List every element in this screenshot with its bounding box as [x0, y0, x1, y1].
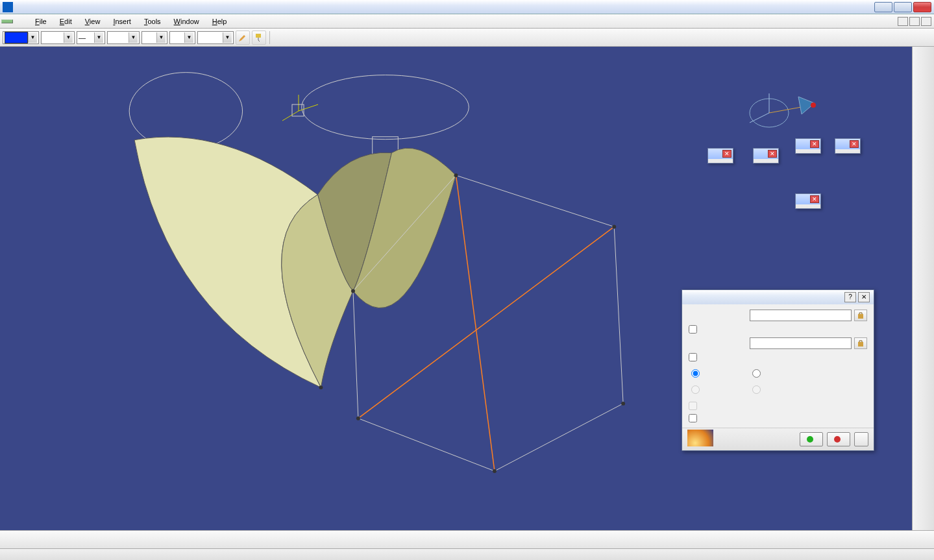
svg-point-9	[621, 402, 625, 406]
dialog-close-button[interactable]: ✕	[858, 292, 870, 302]
close-icon[interactable]: ✕	[810, 140, 819, 148]
auto2-combo[interactable]: ▼	[141, 31, 167, 44]
svg-line-14	[299, 104, 318, 111]
menu-tools[interactable]: Tools	[138, 16, 167, 27]
menu-enovia[interactable]	[16, 20, 29, 23]
contour-radio	[691, 385, 700, 394]
close-icon[interactable]: ✕	[810, 195, 819, 203]
minimize-button[interactable]	[874, 2, 892, 12]
extend1-checkbox[interactable]	[689, 325, 697, 334]
menu-help[interactable]: Help	[206, 16, 234, 27]
color-combo[interactable]: ▼	[3, 31, 39, 44]
noncoplanar-checkbox[interactable]	[689, 414, 697, 422]
close-icon[interactable]: ✕	[722, 150, 731, 158]
svg-point-10	[493, 469, 497, 473]
maximize-button[interactable]	[894, 2, 912, 12]
ok-button[interactable]	[800, 432, 823, 446]
svg-line-5	[456, 175, 495, 471]
svg-point-23	[811, 103, 816, 108]
auto3-combo[interactable]: ▼	[169, 31, 195, 44]
svg-point-8	[612, 225, 616, 228]
close-icon[interactable]: ✕	[850, 140, 859, 148]
compass[interactable]	[743, 87, 821, 139]
auto1-combo[interactable]: ▼	[107, 31, 140, 44]
bag-icon[interactable]	[854, 310, 867, 321]
mdi-close[interactable]	[921, 17, 931, 26]
mdi-minimize[interactable]	[898, 17, 908, 26]
percent-combo[interactable]: ▼	[41, 31, 75, 44]
painter-icon[interactable]	[252, 30, 266, 45]
menubar: File Edit View Insert Tools Window Help	[0, 14, 934, 29]
svg-point-7	[454, 173, 458, 177]
svg-rect-0	[256, 34, 261, 38]
menu-window[interactable]: Window	[167, 16, 206, 27]
preview-button[interactable]	[854, 432, 868, 446]
svg-line-20	[750, 113, 769, 123]
properties-toolbar: ▼ ▼ —▼ ▼ ▼ ▼ ▼	[0, 29, 934, 47]
bottom-toolbar	[0, 530, 934, 548]
menu-edit[interactable]: Edit	[53, 16, 79, 27]
app-icon	[3, 2, 13, 12]
toolbar-v[interactable]: ✕	[753, 148, 779, 164]
menu-file[interactable]: File	[29, 16, 53, 27]
linetype-combo[interactable]: —▼	[77, 31, 105, 44]
mdi-buttons	[898, 17, 931, 26]
toolbar-bi[interactable]: ✕	[707, 148, 733, 164]
second-element-input[interactable]	[750, 337, 852, 349]
first-element-input[interactable]	[750, 310, 852, 321]
toolbar-s[interactable]: ✕	[835, 138, 861, 154]
cancel-button[interactable]	[827, 432, 850, 446]
help-button[interactable]: ?	[844, 292, 856, 302]
paintbrush-icon[interactable]	[236, 30, 250, 45]
titlebar	[0, 0, 934, 14]
none-combo[interactable]: ▼	[197, 31, 234, 44]
intersection-dialog: ?✕	[682, 289, 874, 451]
status-bar	[0, 548, 934, 560]
surface-radio	[752, 385, 761, 394]
axis-triad	[269, 88, 328, 134]
right-toolbar	[912, 47, 934, 535]
svg-point-11	[356, 417, 360, 420]
mdi-maximize[interactable]	[909, 17, 920, 26]
dialog-titlebar[interactable]: ?✕	[682, 290, 874, 304]
toolbar-a[interactable]: ✕	[795, 138, 821, 154]
extrap-checkbox	[689, 402, 697, 410]
svg-point-13	[319, 385, 323, 389]
svg-point-12	[351, 289, 355, 293]
toolbar-o[interactable]: ✕	[795, 193, 821, 209]
bag-icon[interactable]	[854, 337, 867, 349]
close-button[interactable]	[913, 2, 931, 12]
points-radio[interactable]	[752, 369, 761, 378]
extend2-checkbox[interactable]	[689, 353, 697, 361]
menu-insert[interactable]: Insert	[106, 16, 138, 27]
close-icon[interactable]: ✕	[768, 150, 777, 158]
curve-radio[interactable]	[691, 369, 700, 378]
menu-view[interactable]: View	[79, 16, 107, 27]
window-buttons	[874, 2, 931, 12]
start-menu[interactable]	[1, 19, 13, 23]
svg-rect-17	[292, 104, 304, 116]
